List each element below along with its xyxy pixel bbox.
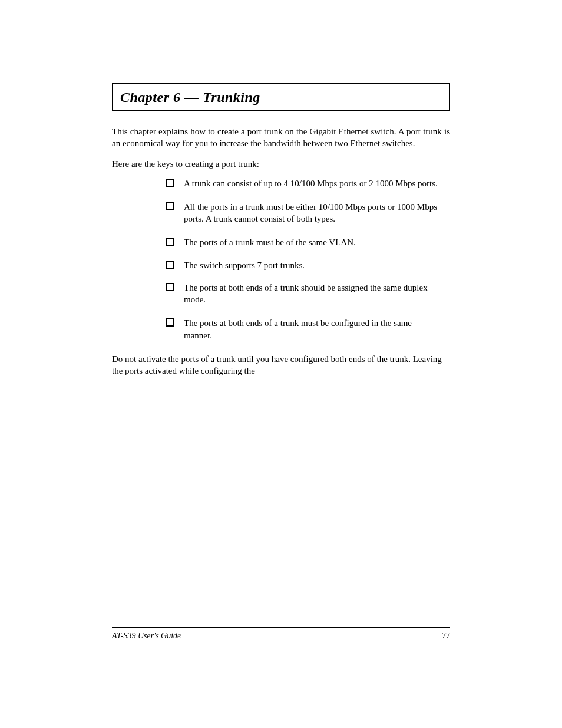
chapter-box: Chapter 6 — Trunking bbox=[112, 83, 450, 111]
list-item-text: The ports of a trunk must be of the same… bbox=[184, 236, 438, 248]
list-item: The ports at both ends of a trunk must b… bbox=[166, 317, 438, 341]
checkbox-bullet-icon bbox=[166, 202, 174, 210]
list-item: The ports at both ends of a trunk should… bbox=[166, 282, 438, 306]
checkbox-bullet-icon bbox=[166, 261, 174, 269]
lead-in-paragraph: Do not activate the ports of a trunk unt… bbox=[112, 353, 450, 377]
list-item: All the ports in a trunk must be either … bbox=[166, 201, 438, 225]
list-item-text: A trunk can consist of up to 4 10/100 Mb… bbox=[184, 177, 438, 189]
svg-rect-4 bbox=[167, 284, 174, 291]
checkbox-bullet-icon bbox=[166, 238, 174, 246]
list-item: A trunk can consist of up to 4 10/100 Mb… bbox=[166, 177, 438, 189]
footer-rule bbox=[112, 627, 450, 628]
footer-doc-title: AT-S39 User's Guide bbox=[112, 631, 181, 641]
keys-intro: Here are the keys to creating a port tru… bbox=[112, 159, 450, 169]
intro-paragraph: This chapter explains how to create a po… bbox=[112, 126, 450, 150]
checkbox-bullet-icon bbox=[166, 318, 174, 327]
checkbox-bullet-icon bbox=[166, 179, 174, 187]
bullet-list: A trunk can consist of up to 4 10/100 Mb… bbox=[166, 177, 438, 341]
chapter-title: Chapter 6 — Trunking bbox=[120, 90, 442, 106]
svg-rect-2 bbox=[167, 238, 174, 245]
list-item: The ports of a trunk must be of the same… bbox=[166, 236, 438, 248]
list-item-text: The switch supports 7 port trunks. bbox=[184, 259, 438, 271]
list-item-text: The ports at both ends of a trunk must b… bbox=[184, 317, 438, 341]
page-number: 77 bbox=[442, 631, 450, 641]
svg-rect-5 bbox=[167, 319, 174, 326]
checkbox-bullet-icon bbox=[166, 283, 174, 291]
list-item-text: All the ports in a trunk must be either … bbox=[184, 201, 438, 225]
list-item: The switch supports 7 port trunks. bbox=[166, 259, 438, 271]
list-item-text: The ports at both ends of a trunk should… bbox=[184, 282, 438, 306]
svg-rect-1 bbox=[167, 203, 174, 210]
svg-rect-3 bbox=[167, 261, 174, 268]
